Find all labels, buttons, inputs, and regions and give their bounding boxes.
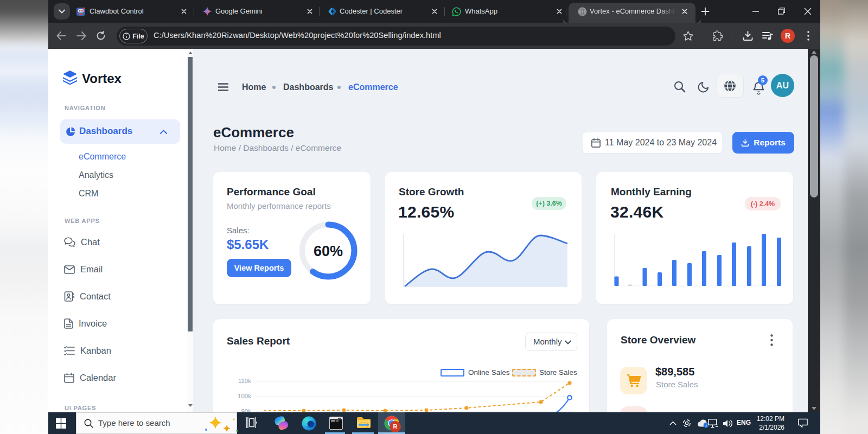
svg-text:60%: 60% (314, 243, 343, 259)
